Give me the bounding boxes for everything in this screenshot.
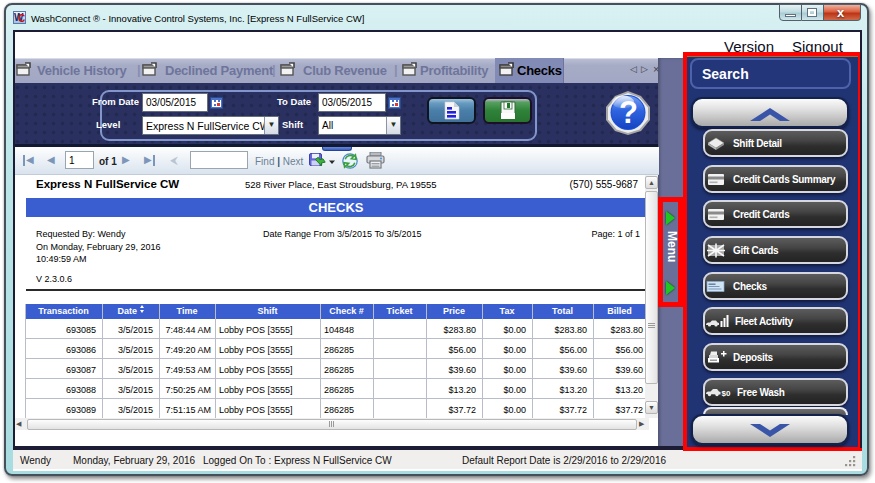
svg-text:$0: $0 [722,389,731,398]
svg-text:?: ? [619,95,638,130]
